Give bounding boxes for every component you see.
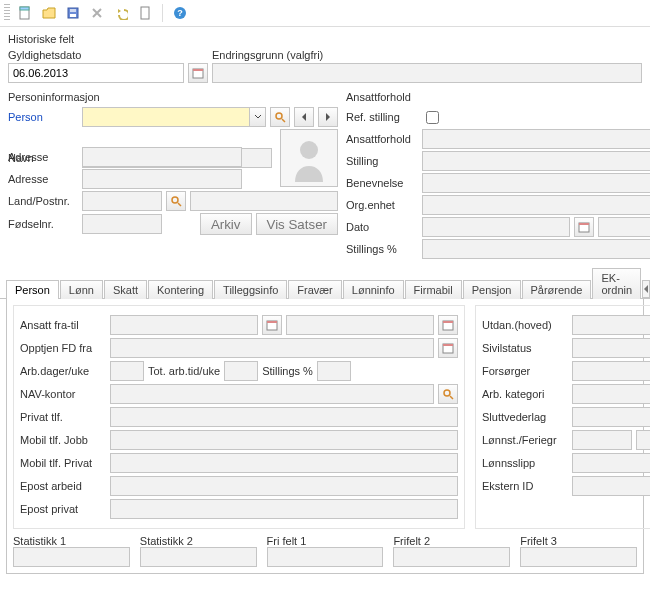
open-folder-button[interactable] [38,2,60,24]
stillingspct2-input[interactable] [317,361,351,381]
change-reason-input[interactable] [212,63,642,83]
dato-to-input[interactable] [598,217,650,237]
stilling-input[interactable] [422,151,650,171]
tab-ekordning[interactable]: EK-ordnin [592,268,641,299]
dato-from-input[interactable] [422,217,570,237]
mobilpriv-input[interactable] [110,453,458,473]
tab-kontering[interactable]: Kontering [148,280,213,299]
frifelt3-input[interactable] [520,547,637,567]
tab-pensjon[interactable]: Pensjon [463,280,521,299]
refstilling-checkbox[interactable] [426,111,439,124]
frifelt1-input[interactable] [267,547,384,567]
person-photo[interactable] [280,129,338,187]
epostpriv-input[interactable] [110,499,458,519]
change-reason-label: Endringsgrunn (valgfri) [212,49,323,61]
eksternid-input[interactable] [572,476,650,496]
eksternid-label: Ekstern ID [482,480,568,492]
person-label-link[interactable]: Person [8,111,78,123]
stat1-input[interactable] [13,547,130,567]
personinfo-title: Personinformasjon [8,91,338,103]
stillingspct-label: Stillings % [346,243,418,255]
land-search-button[interactable] [166,191,186,211]
svg-line-11 [282,119,285,122]
tab-lonninfo[interactable]: Lønninfo [343,280,404,299]
lonnst-input2[interactable] [636,430,650,450]
sivil-input[interactable] [572,338,650,358]
totarbtid-input[interactable] [224,361,258,381]
lonnst-label: Lønnst./Feriegr [482,434,568,446]
ansatt-fra-input[interactable] [110,315,258,335]
validity-date-picker[interactable] [188,63,208,83]
svg-rect-3 [70,14,76,17]
sluttved-input[interactable] [572,407,650,427]
svg-text:?: ? [177,8,183,18]
land-input[interactable] [82,191,162,211]
opptjen-input[interactable] [110,338,434,358]
person-search-button[interactable] [270,107,290,127]
ansattforhold-section: Ansattforhold Ref. stilling Ansattforhol… [346,89,650,261]
mobiljobb-input[interactable] [110,430,458,450]
navkontor-search[interactable] [438,384,458,404]
stillingspct-input[interactable] [422,239,650,259]
utdan-input[interactable] [572,315,650,335]
calendar-icon [578,221,590,233]
svg-point-13 [172,197,178,203]
epostarb-input[interactable] [110,476,458,496]
svg-rect-9 [193,69,203,71]
tab-skatt[interactable]: Skatt [104,280,147,299]
search-icon [274,111,286,123]
ansatt-til-picker[interactable] [438,315,458,335]
stat2-input[interactable] [140,547,257,567]
person-prev-button[interactable] [294,107,314,127]
epostpriv-label: Epost privat [20,503,106,515]
delete-button[interactable] [86,2,108,24]
fodselnr-input[interactable] [82,214,162,234]
dato-from-picker[interactable] [574,217,594,237]
save-button[interactable] [62,2,84,24]
lonnst-input1[interactable] [572,430,632,450]
ansattforhold-input[interactable] [422,129,650,149]
person-next-button[interactable] [318,107,338,127]
opptjen-picker[interactable] [438,338,458,358]
toolbar-separator [162,4,163,22]
person-combo-dropdown[interactable] [250,107,266,127]
frifelt2-input[interactable] [393,547,510,567]
tab-firmabil[interactable]: Firmabil [405,280,462,299]
undo-button[interactable] [110,2,132,24]
main-toolbar: ? [0,0,650,27]
validity-date-input[interactable] [8,63,184,83]
ansatt-til-input[interactable] [286,315,434,335]
tab-fravaer[interactable]: Fravær [288,280,341,299]
arbkat-input[interactable] [572,384,650,404]
benevnelse-input[interactable] [422,173,650,193]
navkontor-input[interactable] [110,384,434,404]
orgenhet-combo[interactable] [422,195,650,215]
person-combo-input[interactable] [82,107,250,127]
tab-tilleggsinfo[interactable]: Tilleggsinfo [214,280,287,299]
postnr-input[interactable] [190,191,338,211]
vis-satser-button[interactable]: Vis Satser [256,213,339,235]
stat1-label: Statistikk 1 [13,535,130,547]
ansatt-fra-picker[interactable] [262,315,282,335]
arbdager-input[interactable] [110,361,144,381]
tab-person[interactable]: Person [6,280,59,299]
opptjen-label: Opptjen FD fra [20,342,106,354]
utdan-label: Utdan.(hoved) [482,319,568,331]
tab-lonn[interactable]: Lønn [60,280,103,299]
tab-parorende[interactable]: Pårørende [522,280,592,299]
landpost-label: Land/Postnr. [8,195,78,207]
stilling-label: Stilling [346,155,418,167]
lonnsslipp-label: Lønnsslipp [482,457,568,469]
blank-document-button[interactable] [134,2,156,24]
help-button[interactable]: ? [169,2,191,24]
adresse2-input[interactable] [82,169,242,189]
adresse1-input[interactable] [82,147,242,167]
forsorger-input[interactable] [572,361,650,381]
tab-scroll-left[interactable] [642,280,650,298]
fodselnr-label: Fødselnr. [8,218,78,230]
new-document-button[interactable] [14,2,36,24]
lonnsslipp-input[interactable] [572,453,650,473]
privattlf-input[interactable] [110,407,458,427]
svg-point-41 [444,390,450,396]
arkiv-button[interactable]: Arkiv [200,213,252,235]
